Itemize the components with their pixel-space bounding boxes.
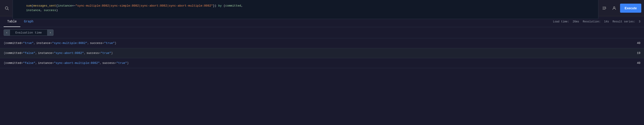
svg-point-5	[614, 7, 615, 8]
tabs-meta: Load time: 26ms Resolution: 14s Result s…	[553, 20, 640, 23]
load-time-meta: Load time: 26ms	[553, 20, 579, 23]
svg-line-1	[8, 9, 9, 10]
query-bar: sum(messages_sent{instance=~"sync-multip…	[0, 0, 644, 16]
table-row: {committed="true", instance="sync-multip…	[0, 38, 644, 48]
format-button[interactable]	[600, 4, 608, 12]
tabs-left: Table Graph	[4, 16, 37, 27]
resolution-meta: Resolution: 14s	[583, 20, 609, 23]
user-icon	[612, 6, 616, 11]
user-button[interactable]	[610, 4, 618, 12]
row-value: 19	[637, 51, 640, 55]
tab-graph[interactable]: Graph	[20, 16, 37, 27]
table-row: {committed="false", instance="sync-abort…	[0, 58, 644, 68]
eval-label: Evaluation time	[10, 30, 47, 36]
row-value: 40	[637, 41, 640, 45]
query-text: sum(messages_sent{instance=~"sync-multip…	[16, 0, 243, 17]
format-icon	[602, 6, 606, 11]
query-input[interactable]: sum(messages_sent{instance=~"sync-multip…	[13, 0, 598, 19]
execute-button[interactable]: Execute	[620, 4, 641, 13]
row-labels: {committed="false", instance="sync-abort…	[4, 61, 129, 65]
row-labels: {committed="false", instance="sync-abort…	[4, 51, 113, 55]
svg-point-0	[5, 7, 8, 9]
tab-table[interactable]: Table	[4, 16, 20, 27]
search-icon-wrap	[3, 4, 11, 12]
header-actions: Execute	[600, 4, 641, 13]
eval-row: ‹ Evaluation time ›	[0, 27, 644, 38]
eval-nav: ‹ Evaluation time ›	[4, 30, 54, 36]
table-row: {committed="false", instance="sync-abort…	[0, 48, 644, 58]
eval-next-button[interactable]: ›	[47, 30, 54, 36]
search-icon	[4, 6, 9, 11]
result-series-meta: Result series: 3	[612, 20, 640, 23]
eval-prev-button[interactable]: ‹	[4, 30, 10, 36]
data-table: {committed="true", instance="sync-multip…	[0, 38, 644, 68]
row-labels: {committed="true", instance="sync-multip…	[4, 41, 116, 45]
row-value: 40	[637, 61, 640, 65]
